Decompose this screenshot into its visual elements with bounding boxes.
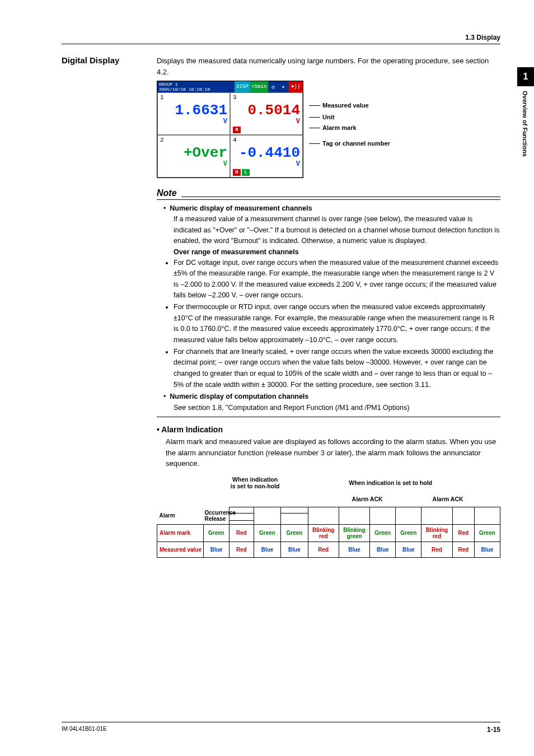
footer-doc: IM 04L41B01-01E	[62, 726, 107, 734]
footer-page: 1-15	[487, 726, 500, 734]
alarm-mark-cell: Green	[370, 524, 396, 542]
measured-value-cell: Blue	[474, 542, 500, 557]
chapter-title: Overview of Functions	[517, 86, 528, 176]
status-rec: ●))	[288, 81, 303, 92]
display-cell: 30.5014VH	[230, 92, 303, 135]
callout-measured: Measured value	[322, 102, 369, 109]
note-title-text: Note	[157, 188, 177, 198]
alarm-table: When indication is set to non-hold When …	[157, 474, 500, 558]
alarm-heading: • Alarm Indication	[157, 425, 500, 434]
alarm-release: Release	[204, 516, 226, 522]
alarm-mark-cell: Green	[396, 524, 421, 542]
digital-display-figure: GROUP 1 2005/10/10 10:10:10 DISP <5min ◎…	[157, 81, 500, 178]
alarm-mark-cell: Green	[254, 524, 280, 542]
measured-value-cell: Red	[308, 542, 339, 557]
row-alarm-label: Alarm	[157, 507, 204, 525]
hdr-nonhold: When indication is set to non-hold	[229, 474, 281, 492]
row-mark-label: Alarm mark	[157, 524, 204, 542]
measured-value-cell: Blue	[339, 542, 369, 557]
measured-value-cell: Red	[229, 542, 254, 557]
callout-tag: Tag or channel number	[322, 140, 390, 147]
note-p1: If a measured value of a measurement cha…	[163, 214, 500, 246]
chapter-number: 1	[517, 67, 534, 86]
chapter-tab: 1 Overview of Functions	[517, 67, 534, 176]
status-mode: <5min	[250, 81, 268, 92]
section-intro: Displays the measured data numerically u…	[157, 55, 500, 77]
measured-value-cell: Red	[452, 542, 474, 557]
hdr-ack2: Alarm ACK	[421, 492, 474, 507]
status-disp: DISP	[235, 81, 250, 92]
page-header: 1.3 Display	[62, 34, 500, 44]
display-cell: 11.6631V	[157, 92, 230, 135]
alarm-mark-cell: Green	[203, 524, 229, 542]
section-title: Digital Display	[62, 55, 157, 558]
measured-value-cell: Red	[421, 542, 452, 557]
measured-value-cell: Blue	[254, 542, 280, 557]
note-bullet-1: For DC voltage input, over range occurs …	[174, 258, 500, 301]
status-group: GROUP 1	[159, 82, 233, 87]
status-datetime: 2005/10/10 10:10:10	[159, 87, 233, 92]
note-heading: Note	[157, 188, 500, 200]
hdr-ack1: Alarm ACK	[339, 492, 395, 507]
alarm-mark-cell: Green	[281, 524, 308, 542]
alarm-para: Alarm mark and measured value are displa…	[157, 436, 500, 469]
alarm-mark-cell: Blinking green	[339, 524, 369, 542]
page-footer: IM 04L41B01-01E 1-15	[62, 722, 500, 734]
note-bullet-2: For thermocouple or RTD input, over rang…	[174, 302, 500, 346]
note-bullet-3: For channels that are linearly scaled, +…	[174, 347, 500, 391]
row-value-label: Measured value	[157, 542, 204, 557]
callout-alarm: Alarm mark	[322, 124, 357, 132]
alarm-mark-cell: Blinking red	[308, 524, 339, 542]
hdr-hold: When indication is set to hold	[281, 474, 500, 492]
measured-value-cell: Blue	[281, 542, 308, 557]
note-h3: Numeric display of computation channels	[170, 393, 308, 400]
screen-mock: GROUP 1 2005/10/10 10:10:10 DISP <5min ◎…	[157, 81, 303, 178]
measured-value-cell: Blue	[370, 542, 396, 557]
display-cell: 2+OverV	[157, 135, 230, 178]
note-h2: Over range of measurement channels	[163, 247, 500, 258]
alarm-mark-cell: Blinking red	[421, 524, 452, 542]
note-h1: Numeric display of measurement channels	[170, 204, 312, 212]
status-icon-a: ◎	[268, 81, 278, 92]
status-bar: GROUP 1 2005/10/10 10:10:10 DISP <5min ◎…	[157, 81, 303, 92]
measured-value-cell: Blue	[396, 542, 421, 557]
note-p3: See section 1.8, "Computation and Report…	[163, 403, 500, 413]
figure-callouts: Measured value Unit Alarm mark Tag or ch…	[309, 81, 390, 147]
note-body: • Numeric display of measurement channel…	[157, 203, 500, 413]
display-cell: 4-0.4410VHL	[230, 135, 303, 178]
alarm-mark-cell: Green	[474, 524, 500, 542]
status-icon-b: ✕	[278, 81, 288, 92]
alarm-mark-cell: Red	[452, 524, 474, 542]
alarm-mark-cell: Red	[229, 524, 254, 542]
measured-value-cell: Blue	[203, 542, 229, 557]
callout-unit: Unit	[322, 114, 334, 121]
